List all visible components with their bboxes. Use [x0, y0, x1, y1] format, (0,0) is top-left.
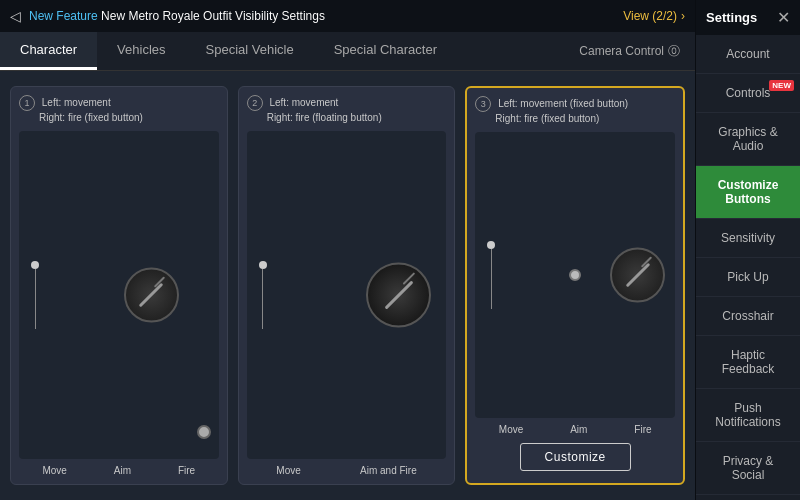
sidebar-item-account[interactable]: Account	[696, 35, 800, 74]
layout-1-label-aim: Aim	[114, 465, 131, 476]
layout-1-header: 1 Left: movement Right: fire (fixed butt…	[19, 95, 219, 125]
layout-3-label-fire: Fire	[634, 424, 651, 435]
view-button[interactable]: View (2/2) ›	[623, 9, 685, 23]
tab-vehicles[interactable]: Vehicles	[97, 32, 185, 70]
sidebar-item-haptic-feedback[interactable]: Haptic Feedback	[696, 336, 800, 389]
gun-line-3	[625, 263, 650, 288]
tab-special-character[interactable]: Special Character	[314, 32, 457, 70]
aim-circle-3	[610, 248, 665, 303]
sidebar-item-push-notifications[interactable]: Push Notifications	[696, 389, 800, 442]
layout-1-left-joystick	[31, 261, 39, 329]
sidebar-item-graphics-audio[interactable]: Graphics & Audio	[696, 113, 800, 166]
layout-3-left	[487, 241, 495, 309]
fire-dot-1	[197, 425, 211, 439]
fire-center-dot	[569, 269, 581, 281]
sidebar-title: Settings	[706, 10, 757, 25]
left-joystick-dot	[31, 261, 39, 269]
layout-1-aim-circle	[124, 268, 179, 323]
tab-character[interactable]: Character	[0, 32, 97, 70]
layout-card-1[interactable]: 1 Left: movement Right: fire (fixed butt…	[10, 86, 228, 485]
layout-3-label-aim: Aim	[570, 424, 587, 435]
layout-3-fire-center	[569, 269, 581, 281]
layout-2-preview	[247, 131, 447, 459]
sidebar-item-crosshair[interactable]: Crosshair	[696, 297, 800, 336]
layout-2-num: 2	[247, 95, 263, 111]
layout-2-label-aim-fire: Aim and Fire	[360, 465, 417, 476]
layout-2-header: 2 Left: movement Right: fire (floating b…	[247, 95, 447, 125]
left-joystick-line-2	[262, 269, 263, 329]
left-joystick-dot-2	[259, 261, 267, 269]
layout-1-fire-dot	[197, 425, 211, 439]
sidebar-item-controls[interactable]: Controls NEW	[696, 74, 800, 113]
top-bar-subtitle: New Metro Royale Outfit Visibility Setti…	[101, 9, 325, 23]
layout-1-label-fire: Fire	[178, 465, 195, 476]
top-bar: ◁ New Feature New Metro Royale Outfit Vi…	[0, 0, 695, 32]
sidebar-item-customize-buttons[interactable]: Customize Buttons	[696, 166, 800, 219]
layout-2-header2: Right: fire (floating button)	[267, 112, 382, 123]
camera-control[interactable]: Camera Control ⓪	[564, 32, 695, 70]
layout-2-header1: Left: movement	[269, 97, 338, 108]
top-bar-title: New Feature New Metro Royale Outfit Visi…	[29, 9, 615, 23]
layout-3-aim	[610, 248, 665, 303]
layout-1-preview	[19, 131, 219, 459]
new-badge-controls: NEW	[769, 80, 794, 91]
layout-card-3[interactable]: 3 Left: movement (fixed button) Right: f…	[465, 86, 685, 485]
aim-fire-circle	[366, 263, 431, 328]
camera-control-icon: ⓪	[668, 43, 680, 60]
sidebar-item-sensitivity[interactable]: Sensitivity	[696, 219, 800, 258]
layout-3-header: 3 Left: movement (fixed button) Right: f…	[475, 96, 675, 126]
view-label: View (2/2)	[623, 9, 677, 23]
aim-circle	[124, 268, 179, 323]
tab-special-vehicle[interactable]: Special Vehicle	[186, 32, 314, 70]
layout-1-label-move: Move	[42, 465, 66, 476]
left-joystick-line-3	[491, 249, 492, 309]
layout-card-2[interactable]: 2 Left: movement Right: fire (floating b…	[238, 86, 456, 485]
layout-2-labels: Move Aim and Fire	[247, 465, 447, 476]
sidebar-item-pick-up[interactable]: Pick Up	[696, 258, 800, 297]
layout-3-preview	[475, 132, 675, 418]
close-button[interactable]: ✕	[777, 8, 790, 27]
camera-control-label: Camera Control	[579, 44, 664, 58]
tabs-bar: Character Vehicles Special Vehicle Speci…	[0, 32, 695, 71]
layout-3-header2: Right: fire (fixed button)	[495, 113, 599, 124]
main-area: ◁ New Feature New Metro Royale Outfit Vi…	[0, 0, 695, 500]
customize-button[interactable]: Customize	[520, 443, 631, 471]
layout-1-labels: Move Aim Fire	[19, 465, 219, 476]
layout-2-aim-fire	[366, 263, 431, 328]
layout-3-label-move: Move	[499, 424, 523, 435]
gun-line-1	[139, 283, 164, 308]
layout-3-num: 3	[475, 96, 491, 112]
new-feature-label: New Feature	[29, 9, 98, 23]
back-icon[interactable]: ◁	[10, 8, 21, 24]
layout-3-header1: Left: movement (fixed button)	[498, 98, 628, 109]
layout-1-header1: Left: movement	[42, 97, 111, 108]
gun-line-aim-fire	[384, 281, 413, 310]
left-joystick-dot-3	[487, 241, 495, 249]
layout-1-num: 1	[19, 95, 35, 111]
view-arrow: ›	[681, 9, 685, 23]
controls-label: Controls	[726, 86, 771, 100]
sidebar-header: Settings ✕	[696, 0, 800, 35]
left-joystick-line	[35, 269, 36, 329]
layouts-area: 1 Left: movement Right: fire (fixed butt…	[0, 71, 695, 500]
layout-2-label-move: Move	[276, 465, 300, 476]
layout-1-header2: Right: fire (fixed button)	[39, 112, 143, 123]
layout-2-left-joystick	[259, 261, 267, 329]
sidebar-item-privacy-social[interactable]: Privacy & Social	[696, 442, 800, 495]
layout-3-labels: Move Aim Fire	[475, 424, 675, 435]
sidebar: Settings ✕ Account Controls NEW Graphics…	[695, 0, 800, 500]
